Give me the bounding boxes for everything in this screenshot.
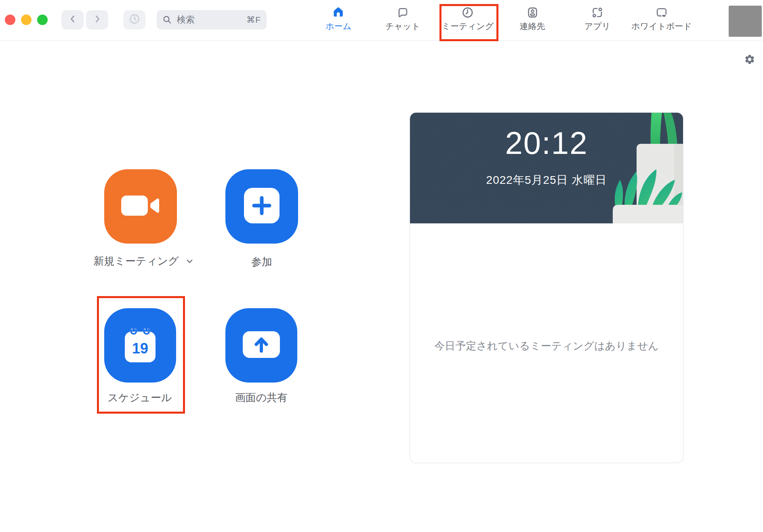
clock-time: 20:12 xyxy=(410,127,683,159)
forward-button[interactable] xyxy=(86,10,108,29)
new-meeting-label: 新規ミーティング xyxy=(93,255,179,267)
no-meetings-message: 今日予定されているミーティングはありません xyxy=(410,339,683,353)
meetings-clock-icon xyxy=(462,6,474,19)
settings-button[interactable] xyxy=(744,54,755,65)
schedule-button[interactable]: 19 xyxy=(104,308,176,383)
back-button[interactable] xyxy=(61,10,84,29)
history-button[interactable] xyxy=(123,10,145,29)
user-avatar[interactable] xyxy=(729,6,762,37)
new-meeting-button[interactable] xyxy=(104,169,177,244)
tab-contacts[interactable]: 連絡先 xyxy=(520,6,545,30)
home-icon xyxy=(332,6,345,19)
screen-share-arrow-icon xyxy=(243,331,280,360)
traffic-light-zoom-button[interactable] xyxy=(37,15,48,25)
chevron-down-icon[interactable] xyxy=(185,257,194,266)
tab-contacts-label: 連絡先 xyxy=(520,22,545,30)
calendar-icon: 19 xyxy=(123,325,157,366)
plus-icon xyxy=(244,188,280,225)
chevron-right-icon xyxy=(92,13,103,26)
apps-icon xyxy=(591,6,603,19)
search-shortcut-hint: ⌘F xyxy=(246,15,261,25)
tab-apps[interactable]: アプリ xyxy=(584,6,610,30)
history-clock-icon xyxy=(128,13,141,27)
title-bar: ⌘F ホーム チャット xyxy=(0,0,763,41)
search-icon xyxy=(162,15,172,25)
tab-whiteboard-label: ホワイトボード xyxy=(631,22,692,30)
whiteboard-icon xyxy=(656,6,668,19)
search-input[interactable] xyxy=(176,14,242,25)
zoom-home-window: ⌘F ホーム チャット xyxy=(0,0,763,532)
chevron-left-icon xyxy=(67,13,78,26)
calendar-day-number: 19 xyxy=(132,340,148,357)
clock-date: 2022年5月25日 水曜日 xyxy=(410,172,683,188)
gear-icon xyxy=(744,59,755,66)
tab-chat-label: チャット xyxy=(385,22,420,30)
meetings-panel-header: 20:12 2022年5月25日 水曜日 xyxy=(410,113,683,223)
tab-apps-label: アプリ xyxy=(584,22,610,30)
video-camera-icon xyxy=(121,195,160,218)
tab-whiteboard[interactable]: ホワイトボード xyxy=(631,6,692,30)
share-screen-button[interactable] xyxy=(225,308,297,383)
chat-icon xyxy=(397,6,409,19)
contacts-icon xyxy=(526,6,538,19)
join-meeting-label: 参加 xyxy=(251,256,272,268)
share-screen-label: 画面の共有 xyxy=(235,391,288,404)
tab-home[interactable]: ホーム xyxy=(326,6,351,30)
new-meeting-label-row: 新規ミーティング xyxy=(93,255,194,267)
tab-meetings[interactable]: ミーティング xyxy=(442,6,494,30)
search-field[interactable]: ⌘F xyxy=(157,10,267,29)
tab-meetings-label: ミーティング xyxy=(442,22,494,30)
join-meeting-button[interactable] xyxy=(225,169,298,244)
tab-home-label: ホーム xyxy=(326,22,351,30)
tab-chat[interactable]: チャット xyxy=(385,6,420,30)
upcoming-meetings-panel: 20:12 2022年5月25日 水曜日 今日予定されているミーティングはありま… xyxy=(410,112,683,463)
traffic-light-minimize-button[interactable] xyxy=(21,15,32,25)
traffic-light-close-button[interactable] xyxy=(5,15,15,25)
schedule-label: スケジュール xyxy=(107,391,172,404)
